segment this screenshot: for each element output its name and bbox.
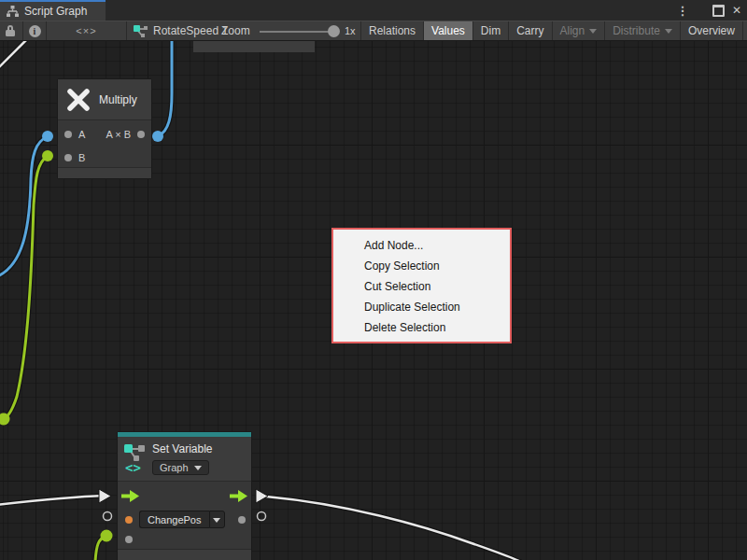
set-variable-icon: <> [124, 443, 145, 475]
input-port-b[interactable] [64, 154, 72, 161]
context-menu: Add Node... Copy Selection Cut Selection… [331, 228, 512, 343]
port-result-label: A × B [106, 129, 131, 140]
close-icon: ✕ [732, 4, 741, 17]
wire-flow-in[interactable] [0, 496, 105, 505]
dropdown-caret-icon [665, 29, 672, 34]
graph-icon [134, 25, 148, 37]
flow-output-port[interactable] [230, 490, 247, 502]
toolbar-button-dim[interactable]: Dim [473, 21, 509, 40]
svg-text:<>: <> [125, 460, 141, 475]
tab-script-graph[interactable]: Script Graph [0, 0, 106, 21]
variable-scope-dropdown[interactable]: Graph [152, 460, 209, 475]
wire-endpoint-green[interactable] [42, 150, 53, 161]
set-variable-title: Set Variable [152, 442, 212, 455]
wire-endpoint-blue[interactable] [42, 131, 53, 142]
wire-green-bottom[interactable] [95, 536, 106, 560]
window-maximize-button[interactable] [710, 0, 726, 21]
zoom-value: 1x [345, 21, 356, 40]
value-input-port[interactable] [125, 536, 133, 543]
toolbar-button-values[interactable]: Values [424, 21, 473, 40]
script-graph-window: Multiply A A × B B <> [0, 0, 747, 560]
graph-breadcrumb-label: RotateSpeed 1 [153, 24, 228, 37]
dropdown-caret-icon [589, 29, 597, 34]
code-icon: <×> [76, 25, 96, 36]
zoom-slider-track[interactable] [260, 31, 334, 33]
flow-arrow-in[interactable] [99, 489, 111, 503]
info-button[interactable]: i [23, 21, 47, 40]
maximize-icon [712, 5, 725, 17]
window-menu-button[interactable]: ⋮ [674, 0, 691, 21]
toolbar-button-overview[interactable]: Overview [681, 21, 743, 40]
multiply-icon [66, 88, 91, 112]
wire-blue-input[interactable] [0, 136, 48, 277]
wire-green-input[interactable] [3, 156, 48, 419]
set-variable-footer [118, 549, 251, 560]
menu-item-copy-selection[interactable]: Copy Selection [333, 256, 510, 276]
graph-tab-icon [7, 6, 19, 17]
wire-endpoint-blue[interactable] [152, 131, 163, 142]
variable-output-port[interactable] [238, 516, 246, 524]
output-port-result[interactable] [137, 131, 145, 138]
wire-blue-input[interactable] [0, 136, 48, 277]
lock-button[interactable] [0, 21, 23, 40]
multiply-footer [58, 167, 151, 178]
set-variable-header[interactable]: <> Set Variable Graph [118, 437, 251, 482]
empty-port-ring[interactable] [258, 512, 266, 521]
variable-scope-label: Graph [160, 462, 189, 473]
node-multiply[interactable]: Multiply A A × B B [57, 78, 152, 179]
flow-arrow-out[interactable] [256, 489, 268, 503]
wire-white-topleft[interactable] [0, 39, 27, 69]
wire-flow-out[interactable] [266, 497, 521, 560]
lock-icon [6, 25, 17, 37]
dropdown-caret-icon [194, 466, 202, 470]
multiply-header[interactable]: Multiply [58, 79, 151, 120]
zoom-label: Zoom [221, 21, 250, 40]
view-options-bar: Relations Values Dim Carry Align Distrib… [360, 21, 747, 40]
multiply-title: Multiply [99, 93, 137, 106]
wire-blue-output[interactable] [158, 39, 172, 136]
dropdown-caret-icon [213, 518, 220, 523]
edit-source-button[interactable]: <×> [47, 21, 127, 40]
menu-icon: ⋮ [677, 4, 689, 18]
graph-toolbar: i <×> RotateSpeed 1 Zoom 1x Relations Va… [0, 21, 747, 41]
menu-item-duplicate-selection[interactable]: Duplicate Selection [333, 297, 510, 317]
input-port-a[interactable] [64, 131, 72, 138]
wire-endpoint-green[interactable] [0, 413, 10, 426]
empty-port-ring[interactable] [104, 512, 112, 521]
menu-item-add-node[interactable]: Add Node... [333, 235, 510, 256]
graph-breadcrumb[interactable]: RotateSpeed 1 [134, 21, 228, 40]
variable-name-dropdown[interactable]: ChangePos [139, 511, 225, 528]
flow-input-port[interactable] [121, 490, 139, 502]
menu-item-cut-selection[interactable]: Cut Selection [333, 276, 510, 297]
toolbar-button-relations[interactable]: Relations [360, 21, 424, 40]
toolbar-button-fullscreen[interactable]: Full Screen [743, 21, 747, 40]
node-set-variable[interactable]: <> Set Variable Graph Chan [117, 431, 252, 560]
tab-bar: Script Graph ⋮ ✕ [0, 0, 747, 21]
toolbar-button-align[interactable]: Align [553, 21, 606, 40]
port-b-label: B [78, 152, 85, 163]
tab-title: Script Graph [24, 5, 87, 18]
zoom-slider-knob[interactable] [328, 25, 340, 37]
info-icon: i [29, 25, 41, 37]
variable-input-port[interactable] [125, 516, 133, 524]
menu-item-delete-selection[interactable]: Delete Selection [333, 317, 510, 338]
wire-green-input[interactable] [3, 156, 48, 419]
wire-blue-output[interactable] [158, 39, 172, 136]
variable-name-caret[interactable] [209, 511, 225, 528]
wire-green-bottom[interactable] [95, 536, 106, 560]
toolbar-button-carry[interactable]: Carry [509, 21, 552, 40]
window-close-button[interactable]: ✕ [728, 0, 745, 21]
wire-flow-out[interactable] [266, 497, 521, 560]
wire-white-topleft[interactable] [0, 39, 27, 69]
variable-name-label: ChangePos [139, 511, 209, 528]
toolbar-button-distribute[interactable]: Distribute [605, 21, 681, 40]
wire-endpoint-green[interactable] [101, 530, 113, 542]
port-a-label: A [78, 129, 85, 140]
wire-flow-in[interactable] [0, 496, 105, 505]
